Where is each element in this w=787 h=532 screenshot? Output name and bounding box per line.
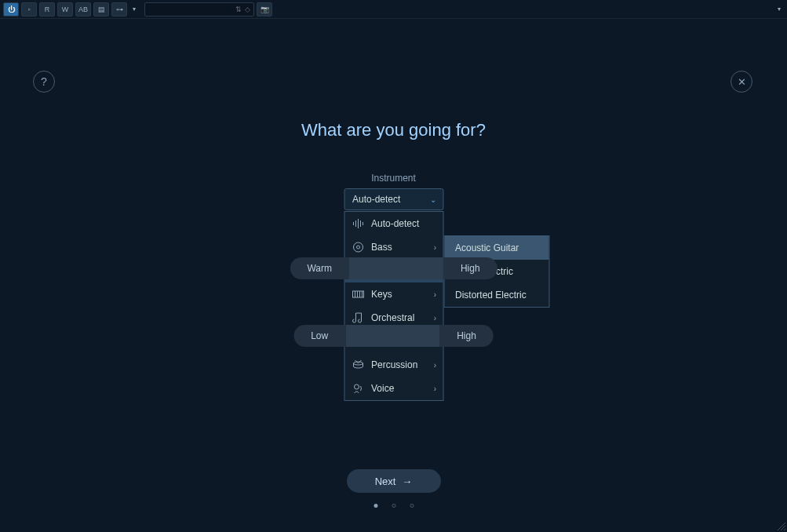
toolbar-btn-r[interactable]: R	[39, 2, 55, 16]
svg-line-25	[784, 529, 785, 530]
chevron-down-icon: ⌄	[430, 195, 436, 204]
dialog-panel: ? ✕ What are you going for? Instrument A…	[0, 22, 787, 532]
intensity-mid[interactable]	[345, 325, 439, 347]
chevron-right-icon: ›	[434, 290, 436, 299]
power-icon[interactable]: ⏻	[3, 2, 19, 16]
toolbar-btn-list[interactable]: ▤	[93, 2, 109, 16]
instrument-select: Auto-detect ⌄ Auto-detect Bass ›	[344, 188, 443, 210]
top-toolbar: ⏻ ▫ R W AB ▤ ⊶ ▾ ⇅ ◇ 📷 ▾	[0, 0, 787, 19]
chevron-right-icon: ›	[434, 384, 436, 393]
dialog-title: What are you going for?	[0, 120, 787, 140]
toolbar-menu-arrow[interactable]: ▾	[774, 2, 784, 16]
keys-icon	[351, 287, 365, 301]
instrument-dropdown: Auto-detect Bass › Guitar › Key	[344, 211, 443, 401]
submenu-item-acoustic[interactable]: Acoustic Guitar	[444, 236, 548, 260]
dropdown-item-keys[interactable]: Keys ›	[344, 282, 443, 306]
tone-high[interactable]: High	[443, 257, 497, 279]
toolbar-btn-view[interactable]: ▫	[21, 2, 37, 16]
tone-warm[interactable]: Warm	[290, 257, 349, 279]
voice-icon	[351, 381, 365, 395]
chevron-right-icon: ›	[434, 314, 436, 322]
close-button[interactable]: ✕	[731, 71, 752, 93]
intensity-high[interactable]: High	[439, 325, 494, 347]
submenu-item-distorted[interactable]: Distorted Electric	[444, 283, 548, 307]
pager-dot-2[interactable]	[392, 504, 395, 508]
svg-point-5	[353, 242, 363, 252]
question-icon: ?	[41, 75, 47, 88]
chevron-right-icon: ›	[434, 243, 436, 252]
instrument-select-value: Auto-detect	[352, 194, 400, 205]
toolbar-preset-field[interactable]: ⇅ ◇	[144, 2, 254, 16]
instrument-label: Instrument	[0, 173, 787, 184]
dropdown-item-voice[interactable]: Voice ›	[344, 377, 443, 400]
toolbar-btn-w[interactable]: W	[57, 2, 73, 16]
toolbar-btn-ab[interactable]: AB	[75, 2, 91, 16]
camera-icon[interactable]: 📷	[257, 2, 272, 16]
intensity-toggle: Low High	[293, 325, 494, 347]
svg-point-6	[356, 246, 359, 249]
pager-dot-1[interactable]	[373, 504, 377, 508]
tone-toggle: Warm High	[290, 257, 497, 279]
chevron-right-icon: ›	[434, 361, 436, 370]
updown-icon: ⇅	[235, 5, 242, 13]
percussion-icon	[351, 358, 365, 372]
close-icon: ✕	[738, 76, 746, 88]
tone-mid[interactable]	[349, 257, 443, 279]
toolbar-btn-preset[interactable]: ⊶	[111, 2, 127, 16]
instrument-select-box[interactable]: Auto-detect ⌄	[344, 188, 443, 210]
dropdown-item-autodetect[interactable]: Auto-detect	[344, 212, 443, 235]
next-button[interactable]: Next →	[347, 469, 441, 493]
dropdown-item-percussion[interactable]: Percussion ›	[344, 353, 443, 377]
intensity-low[interactable]: Low	[293, 325, 345, 347]
dropdown-item-bass[interactable]: Bass ›	[344, 235, 443, 259]
help-button[interactable]: ?	[33, 71, 55, 93]
waveform-icon	[351, 217, 365, 231]
resize-grip-icon[interactable]	[776, 521, 785, 530]
arrow-right-icon: →	[402, 476, 412, 487]
toolbar-dropdown-arrow[interactable]: ▾	[129, 2, 139, 16]
bass-icon	[351, 240, 365, 254]
diamond-icon: ◇	[245, 5, 250, 13]
pager-dot-3[interactable]	[410, 504, 414, 508]
step-pager	[373, 504, 414, 508]
orchestral-icon	[351, 311, 365, 325]
svg-point-22	[354, 384, 359, 389]
